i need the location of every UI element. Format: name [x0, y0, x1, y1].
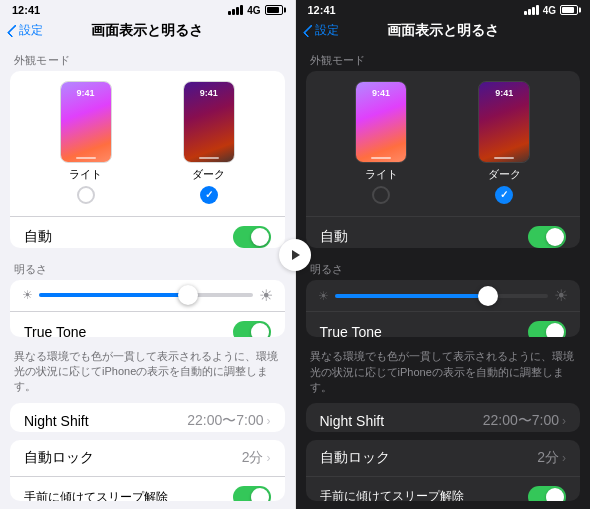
- appearance-card-dark: 9:41 ライト 9:41 ダーク ✓ 自動: [306, 71, 581, 248]
- back-label-dark: 設定: [315, 22, 339, 39]
- sleep-wake-toggle-light[interactable]: [233, 486, 271, 501]
- home-indicator-dark-light-panel: [199, 157, 219, 159]
- appearance-row-light: 9:41 ライト 9:41 ダーク ✓: [10, 71, 285, 214]
- arrow-circle: [279, 239, 311, 271]
- brightness-slider-light[interactable]: [39, 293, 253, 297]
- sleep-wake-toggle-knob-light: [251, 488, 269, 501]
- brightness-row-dark: ☀ ☀: [306, 280, 581, 311]
- status-icons-dark: 4G: [524, 5, 578, 16]
- night-shift-value-light: 22:00〜7:00 ›: [187, 412, 270, 430]
- auto-lock-label-dark: 自動ロック: [320, 449, 390, 467]
- nav-bar-dark: 設定 画面表示と明るさ: [296, 19, 591, 48]
- mode-label-light-dark: ライト: [365, 167, 398, 182]
- true-tone-toggle-knob-dark: [546, 323, 564, 337]
- sleep-wake-label-dark: 手前に傾けてスリープ解除: [320, 488, 464, 501]
- brightness-section-label-dark: 明るさ: [296, 256, 591, 280]
- appearance-row-dark: 9:41 ライト 9:41 ダーク ✓: [306, 71, 581, 214]
- checkmark-dark-dark: ✓: [500, 190, 508, 200]
- brightness-slider-dark[interactable]: [335, 294, 549, 298]
- true-tone-toggle-light[interactable]: [233, 321, 271, 337]
- auto-lock-card-light: 自動ロック 2分 › 手前に傾けてスリープ解除: [10, 440, 285, 501]
- phone-time-dark-light-panel: 9:41: [184, 88, 234, 98]
- brightness-thumb-light[interactable]: [178, 285, 198, 305]
- true-tone-label-light: True Tone: [24, 324, 86, 337]
- auto-label-light: 自動: [24, 228, 52, 246]
- nav-back-dark[interactable]: 設定: [306, 22, 339, 39]
- auto-lock-value-dark: 2分 ›: [537, 449, 566, 467]
- mode-indicator-dark-light-panel: ✓: [200, 186, 218, 204]
- night-shift-text-light: 22:00〜7:00: [187, 412, 263, 430]
- appearance-card-light: 9:41 ライト 9:41 ダーク ✓ 自動: [10, 71, 285, 247]
- appearance-section-label-dark: 外観モード: [296, 47, 591, 71]
- checkmark-dark-light-panel: ✓: [205, 190, 213, 200]
- auto-lock-text-dark: 2分: [537, 449, 559, 467]
- night-shift-text-dark: 22:00〜7:00: [483, 412, 559, 430]
- phone-time-light-dark: 9:41: [356, 88, 406, 98]
- signal-bar-1: [228, 11, 231, 15]
- appearance-light-item-dark[interactable]: 9:41 ライト: [355, 81, 407, 204]
- auto-lock-row-dark[interactable]: 自動ロック 2分 ›: [306, 440, 581, 476]
- home-indicator-light: [76, 157, 96, 159]
- nav-back-light[interactable]: 設定: [10, 22, 43, 39]
- signal-bar-d4: [536, 5, 539, 15]
- appearance-light-item[interactable]: 9:41 ライト: [60, 81, 112, 204]
- light-panel: 12:41 4G 設定 画面表示と明るさ 外観モード: [0, 0, 295, 509]
- battery-fill-dark: [562, 7, 574, 13]
- status-icons-light: 4G: [228, 5, 282, 16]
- auto-lock-text-light: 2分: [242, 449, 264, 467]
- sleep-wake-label-light: 手前に傾けてスリープ解除: [24, 489, 168, 501]
- signal-bar-2: [232, 9, 235, 15]
- brightness-row-light: ☀ ☀: [10, 280, 285, 311]
- signal-bar-d1: [524, 11, 527, 15]
- phone-thumb-light-dark: 9:41: [355, 81, 407, 163]
- auto-lock-row-light[interactable]: 自動ロック 2分 ›: [10, 440, 285, 476]
- phone-thumb-dark-dark: 9:41: [478, 81, 530, 163]
- night-shift-chevron-light: ›: [267, 414, 271, 428]
- status-time-dark: 12:41: [308, 4, 336, 16]
- brightness-low-icon-dark: ☀: [318, 289, 329, 303]
- signal-bars-light: [228, 5, 243, 15]
- auto-toggle-dark[interactable]: [528, 226, 566, 248]
- night-shift-card-dark: Night Shift 22:00〜7:00 ›: [306, 403, 581, 432]
- bottom-card-light: Night Shift 22:00〜7:00 ›: [10, 403, 285, 432]
- phone-time-dark-dark: 9:41: [479, 88, 529, 98]
- appearance-dark-item-dark[interactable]: 9:41 ダーク ✓: [478, 81, 530, 204]
- brightness-high-icon-light: ☀: [259, 286, 273, 305]
- battery-icon-dark: [560, 5, 578, 15]
- signal-bar-d2: [528, 9, 531, 15]
- sleep-wake-row-dark: 手前に傾けてスリープ解除: [306, 476, 581, 501]
- phone-time-light: 9:41: [61, 88, 111, 98]
- auto-lock-chevron-light: ›: [267, 451, 271, 465]
- network-type-dark: 4G: [543, 5, 556, 16]
- night-shift-value-dark: 22:00〜7:00 ›: [483, 412, 566, 430]
- signal-bar-3: [236, 7, 239, 15]
- auto-lock-value-light: 2分 ›: [242, 449, 271, 467]
- status-bar-dark: 12:41 4G: [296, 0, 591, 19]
- sleep-wake-toggle-dark[interactable]: [528, 486, 566, 501]
- brightness-thumb-dark[interactable]: [478, 286, 498, 306]
- night-shift-label-dark: Night Shift: [320, 413, 385, 429]
- nav-title-dark: 画面表示と明るさ: [387, 22, 499, 40]
- mode-label-light: ライト: [69, 167, 102, 182]
- appearance-dark-item[interactable]: 9:41 ダーク ✓: [183, 81, 235, 204]
- night-shift-chevron-dark: ›: [562, 414, 566, 428]
- auto-toggle-knob-light: [251, 228, 269, 246]
- battery-icon-light: [265, 5, 283, 15]
- status-bar-light: 12:41 4G: [0, 0, 295, 19]
- mode-indicator-dark-dark: ✓: [495, 186, 513, 204]
- brightness-high-icon-dark: ☀: [554, 286, 568, 305]
- night-shift-row-dark[interactable]: Night Shift 22:00〜7:00 ›: [306, 403, 581, 432]
- signal-bars-dark: [524, 5, 539, 15]
- night-shift-row-light[interactable]: Night Shift 22:00〜7:00 ›: [10, 403, 285, 432]
- true-tone-label-dark: True Tone: [320, 324, 382, 337]
- brightness-fill-dark: [335, 294, 489, 298]
- auto-label-dark: 自動: [320, 228, 348, 246]
- auto-toggle-light[interactable]: [233, 226, 271, 247]
- mode-indicator-light-dark: [372, 186, 390, 204]
- battery-fill-light: [267, 7, 279, 13]
- true-tone-toggle-dark[interactable]: [528, 321, 566, 337]
- network-type-light: 4G: [247, 5, 260, 16]
- mode-indicator-light: [77, 186, 95, 204]
- brightness-card-dark: ☀ ☀ True Tone: [306, 280, 581, 337]
- mode-label-dark-light-panel: ダーク: [192, 167, 225, 182]
